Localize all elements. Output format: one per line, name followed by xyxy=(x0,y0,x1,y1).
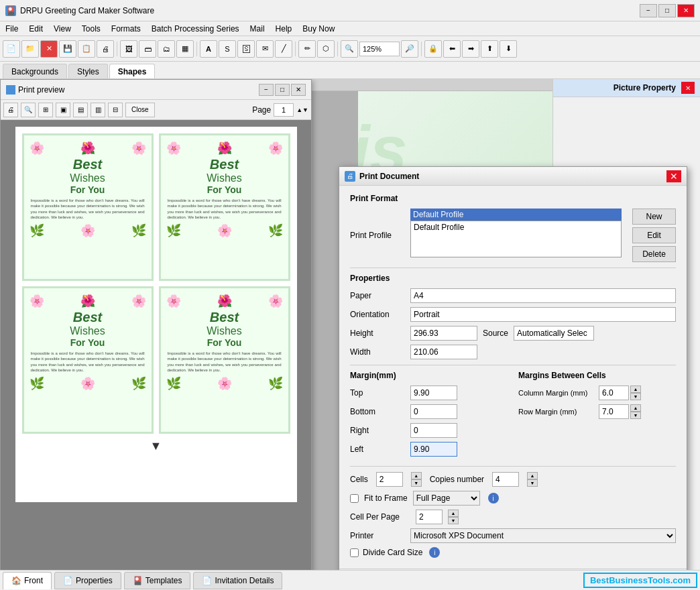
pp-page-input[interactable] xyxy=(274,103,294,117)
bottom-tab-front[interactable]: 🏠 Front xyxy=(3,572,52,589)
menu-mail[interactable]: Mail xyxy=(245,21,270,36)
toolbar: 📄 📁 ✕ 💾 📋 🖨 🖼 🗃 🗂 ▦ A S 🅂 ✉ ╱ ✏ ⬡ 🔍 🔎 🔒 … xyxy=(0,36,700,62)
pp-zoom-btn[interactable]: 🔍 xyxy=(21,103,36,117)
new-profile-btn[interactable]: New xyxy=(632,209,676,225)
delete-profile-btn[interactable]: Delete xyxy=(632,246,676,262)
divide-info-icon[interactable]: i xyxy=(429,547,440,558)
tab-shapes[interactable]: Shapes xyxy=(109,64,156,78)
toolbar-img1[interactable]: 🖼 xyxy=(120,40,137,58)
picture-property-close[interactable]: ✕ xyxy=(681,82,695,94)
paper-input[interactable] xyxy=(410,288,676,303)
menu-tools[interactable]: Tools xyxy=(76,21,106,36)
toolbar-save[interactable]: 💾 xyxy=(59,40,76,58)
pp-multi-btn[interactable]: ▥ xyxy=(91,103,105,117)
cell-per-page-input[interactable] xyxy=(416,510,443,524)
row-margin-down[interactable]: ▼ xyxy=(630,412,641,419)
profile-selected[interactable]: Default Profile xyxy=(410,209,622,221)
edit-profile-btn[interactable]: Edit xyxy=(632,227,676,243)
top-input[interactable] xyxy=(410,386,457,400)
invitation-label: Invitation Details xyxy=(215,576,274,585)
menu-batch[interactable]: Batch Processing Series xyxy=(146,21,245,36)
toolbar-close-doc[interactable]: ✕ xyxy=(40,40,58,58)
toolbar-img2[interactable]: 🗃 xyxy=(139,40,156,58)
toolbar-new[interactable]: 📄 xyxy=(3,40,20,58)
bottom-tab-templates[interactable]: 🎴 Templates xyxy=(124,572,191,589)
pp-page-arrows[interactable]: ▲▼ xyxy=(296,107,308,113)
cells-down[interactable]: ▼ xyxy=(411,479,422,487)
toolbar-lock[interactable]: 🔒 xyxy=(424,40,442,58)
restore-button[interactable]: □ xyxy=(658,4,676,17)
row-margin-input[interactable] xyxy=(599,404,629,419)
toolbar-line[interactable]: ╱ xyxy=(275,40,292,58)
pp-minimize[interactable]: − xyxy=(259,84,274,96)
pp-double-btn[interactable]: ▤ xyxy=(73,103,88,117)
toolbar-back[interactable]: ⬅ xyxy=(443,40,461,58)
height-input[interactable] xyxy=(410,326,477,341)
cpp-up[interactable]: ▲ xyxy=(448,510,459,517)
dialog-close-btn[interactable]: ✕ xyxy=(666,170,681,182)
toolbar-open[interactable]: 📁 xyxy=(21,40,39,58)
col-margin-input[interactable] xyxy=(599,386,629,400)
profile-list-container: Default Profile Default Profile xyxy=(410,209,622,262)
width-input[interactable] xyxy=(410,345,477,359)
source-input[interactable] xyxy=(514,326,594,341)
col-margin-up[interactable]: ▲ xyxy=(630,386,641,393)
pp-print-btn[interactable]: 🖨 xyxy=(3,103,18,117)
toolbar-s1[interactable]: S xyxy=(219,40,236,58)
left-input[interactable] xyxy=(410,442,457,457)
menu-formats[interactable]: Formats xyxy=(106,21,146,36)
toolbar-img3[interactable]: 🗂 xyxy=(158,40,175,58)
toolbar-s3[interactable]: ✉ xyxy=(256,40,274,58)
menu-view[interactable]: View xyxy=(48,21,76,36)
minimize-button[interactable]: − xyxy=(640,4,657,17)
copies-up[interactable]: ▲ xyxy=(527,472,538,479)
toolbar-s2[interactable]: 🅂 xyxy=(237,40,255,58)
toolbar-zoom-in[interactable]: 🔍 xyxy=(341,40,358,58)
bottom-input[interactable] xyxy=(410,404,457,419)
toolbar-shape[interactable]: ⬡ xyxy=(317,40,335,58)
toolbar-zoom-out[interactable]: 🔎 xyxy=(401,40,418,58)
menu-edit[interactable]: Edit xyxy=(23,21,48,36)
toolbar-print[interactable]: 🖨 xyxy=(97,40,114,58)
pp-fit-btn[interactable]: ⊞ xyxy=(38,103,53,117)
cells-up[interactable]: ▲ xyxy=(411,472,422,479)
cells-input[interactable] xyxy=(376,472,403,487)
col-margin-down[interactable]: ▼ xyxy=(630,393,641,400)
cells-label: Cells xyxy=(350,475,368,484)
tab-backgrounds[interactable]: Backgrounds xyxy=(3,64,67,78)
fit-to-frame-checkbox[interactable] xyxy=(350,494,359,503)
pp-restore[interactable]: □ xyxy=(275,84,290,96)
menu-file[interactable]: File xyxy=(0,21,23,36)
orientation-input[interactable] xyxy=(410,307,676,322)
tab-styles[interactable]: Styles xyxy=(68,64,108,78)
toolbar-down[interactable]: ⬇ xyxy=(500,40,517,58)
toolbar-barcode[interactable]: ▦ xyxy=(176,40,194,58)
bottom-tab-properties[interactable]: 📄 Properties xyxy=(54,572,121,589)
pp-single-btn[interactable]: ▣ xyxy=(56,103,70,117)
toolbar-draw[interactable]: ✏ xyxy=(298,40,316,58)
pp-close[interactable]: ✕ xyxy=(291,84,306,96)
close-button[interactable]: ✕ xyxy=(677,4,695,17)
cpp-down[interactable]: ▼ xyxy=(448,517,459,524)
menu-buy[interactable]: Buy Now xyxy=(297,21,340,36)
toolbar-save-as[interactable]: 📋 xyxy=(78,40,95,58)
bottom-tab-invitation[interactable]: 📄 Invitation Details xyxy=(193,572,282,589)
zoom-input[interactable] xyxy=(359,42,400,56)
full-page-dropdown[interactable]: Full Page xyxy=(413,491,480,506)
printer-dropdown[interactable]: Microsoft XPS Document xyxy=(410,528,676,543)
divide-card-checkbox[interactable] xyxy=(350,548,359,557)
toolbar-forward[interactable]: ➡ xyxy=(462,40,479,58)
toolbar-up[interactable]: ⬆ xyxy=(481,40,498,58)
templates-label: Templates xyxy=(145,576,182,585)
info-icon[interactable]: i xyxy=(488,493,499,504)
pp-extra-btn[interactable]: ⊟ xyxy=(108,103,123,117)
pp-close-toolbar-btn[interactable]: Close xyxy=(125,103,155,117)
right-input[interactable] xyxy=(410,423,457,438)
toolbar-text[interactable]: A xyxy=(200,40,217,58)
copies-input[interactable] xyxy=(492,472,519,487)
copies-down[interactable]: ▼ xyxy=(527,479,538,487)
row-margin-up[interactable]: ▲ xyxy=(630,404,641,412)
menu-help[interactable]: Help xyxy=(270,21,298,36)
pp-content[interactable]: 🌸🌺🌸 Best Wishes For You Impossible is a … xyxy=(1,120,311,570)
orientation-row: Orientation xyxy=(350,307,676,322)
